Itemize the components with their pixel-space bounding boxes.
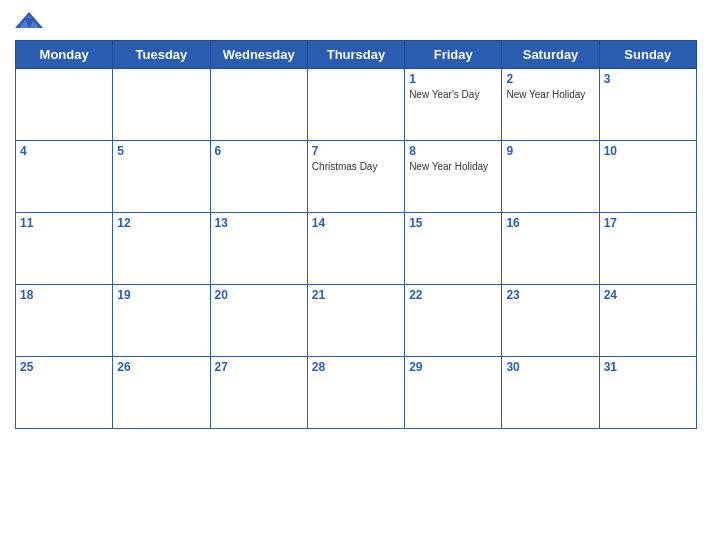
weekday-header-saturday: Saturday bbox=[502, 41, 599, 69]
day-number: 29 bbox=[409, 360, 497, 374]
day-number: 26 bbox=[117, 360, 205, 374]
day-number: 11 bbox=[20, 216, 108, 230]
weekday-header-tuesday: Tuesday bbox=[113, 41, 210, 69]
day-cell bbox=[210, 69, 307, 141]
weekday-header-wednesday: Wednesday bbox=[210, 41, 307, 69]
day-number: 9 bbox=[506, 144, 594, 158]
day-number: 21 bbox=[312, 288, 400, 302]
weekday-header-row: MondayTuesdayWednesdayThursdayFridaySatu… bbox=[16, 41, 697, 69]
day-number: 5 bbox=[117, 144, 205, 158]
week-row-3: 11121314151617 bbox=[16, 213, 697, 285]
weekday-header-monday: Monday bbox=[16, 41, 113, 69]
day-number: 23 bbox=[506, 288, 594, 302]
day-number: 19 bbox=[117, 288, 205, 302]
day-number: 15 bbox=[409, 216, 497, 230]
day-cell: 31 bbox=[599, 357, 696, 429]
day-cell: 14 bbox=[307, 213, 404, 285]
day-cell: 22 bbox=[405, 285, 502, 357]
day-cell: 12 bbox=[113, 213, 210, 285]
page-header bbox=[15, 10, 697, 32]
day-number: 8 bbox=[409, 144, 497, 158]
day-number: 7 bbox=[312, 144, 400, 158]
day-cell: 10 bbox=[599, 141, 696, 213]
day-cell: 15 bbox=[405, 213, 502, 285]
day-cell: 2New Year Holiday bbox=[502, 69, 599, 141]
day-number: 1 bbox=[409, 72, 497, 86]
day-cell: 17 bbox=[599, 213, 696, 285]
day-cell: 11 bbox=[16, 213, 113, 285]
holiday-label: New Year's Day bbox=[409, 88, 497, 101]
weekday-header-thursday: Thursday bbox=[307, 41, 404, 69]
day-cell: 28 bbox=[307, 357, 404, 429]
day-cell: 4 bbox=[16, 141, 113, 213]
calendar-page: MondayTuesdayWednesdayThursdayFridaySatu… bbox=[0, 0, 712, 550]
day-number: 6 bbox=[215, 144, 303, 158]
day-cell: 7Christmas Day bbox=[307, 141, 404, 213]
day-number: 18 bbox=[20, 288, 108, 302]
day-number: 24 bbox=[604, 288, 692, 302]
week-row-5: 25262728293031 bbox=[16, 357, 697, 429]
day-number: 27 bbox=[215, 360, 303, 374]
week-row-1: 1New Year's Day2New Year Holiday3 bbox=[16, 69, 697, 141]
day-number: 31 bbox=[604, 360, 692, 374]
weekday-header-sunday: Sunday bbox=[599, 41, 696, 69]
day-number: 4 bbox=[20, 144, 108, 158]
day-cell: 19 bbox=[113, 285, 210, 357]
day-cell: 29 bbox=[405, 357, 502, 429]
day-cell: 18 bbox=[16, 285, 113, 357]
weekday-header-friday: Friday bbox=[405, 41, 502, 69]
week-row-4: 18192021222324 bbox=[16, 285, 697, 357]
day-cell: 5 bbox=[113, 141, 210, 213]
day-number: 17 bbox=[604, 216, 692, 230]
day-number: 25 bbox=[20, 360, 108, 374]
day-number: 28 bbox=[312, 360, 400, 374]
day-number: 2 bbox=[506, 72, 594, 86]
day-cell: 23 bbox=[502, 285, 599, 357]
logo bbox=[15, 10, 47, 32]
day-number: 14 bbox=[312, 216, 400, 230]
day-number: 22 bbox=[409, 288, 497, 302]
day-number: 16 bbox=[506, 216, 594, 230]
holiday-label: New Year Holiday bbox=[506, 88, 594, 101]
day-cell: 9 bbox=[502, 141, 599, 213]
day-cell: 26 bbox=[113, 357, 210, 429]
day-cell: 6 bbox=[210, 141, 307, 213]
day-number: 20 bbox=[215, 288, 303, 302]
day-cell: 8New Year Holiday bbox=[405, 141, 502, 213]
day-number: 30 bbox=[506, 360, 594, 374]
day-number: 3 bbox=[604, 72, 692, 86]
day-cell: 1New Year's Day bbox=[405, 69, 502, 141]
day-cell bbox=[16, 69, 113, 141]
day-cell: 30 bbox=[502, 357, 599, 429]
day-cell: 13 bbox=[210, 213, 307, 285]
holiday-label: New Year Holiday bbox=[409, 160, 497, 173]
day-cell bbox=[113, 69, 210, 141]
week-row-2: 4567Christmas Day8New Year Holiday910 bbox=[16, 141, 697, 213]
day-number: 10 bbox=[604, 144, 692, 158]
day-cell bbox=[307, 69, 404, 141]
day-number: 12 bbox=[117, 216, 205, 230]
holiday-label: Christmas Day bbox=[312, 160, 400, 173]
day-cell: 16 bbox=[502, 213, 599, 285]
day-cell: 25 bbox=[16, 357, 113, 429]
day-cell: 20 bbox=[210, 285, 307, 357]
day-cell: 24 bbox=[599, 285, 696, 357]
day-cell: 3 bbox=[599, 69, 696, 141]
logo-icon bbox=[15, 10, 43, 32]
day-cell: 27 bbox=[210, 357, 307, 429]
day-cell: 21 bbox=[307, 285, 404, 357]
day-number: 13 bbox=[215, 216, 303, 230]
calendar-table: MondayTuesdayWednesdayThursdayFridaySatu… bbox=[15, 40, 697, 429]
